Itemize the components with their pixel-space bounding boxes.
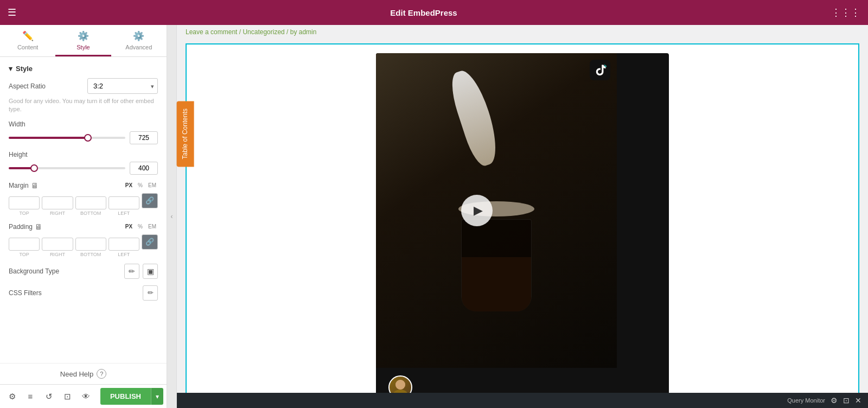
margin-unit-px[interactable]: PX [124,182,134,189]
padding-label: Padding [9,223,33,231]
tiktok-video: ▶ [376,53,617,368]
toc-tab[interactable]: Table of Contents [177,101,194,167]
height-input[interactable] [130,162,158,175]
width-field: Width [0,120,167,151]
close-status-icon[interactable]: ✕ [855,396,861,405]
height-slider-thumb[interactable] [30,164,38,172]
aspect-ratio-hint: Good for any video. You may turn it off … [9,97,158,114]
margin-unit-em[interactable]: EM [146,182,158,189]
padding-right-input[interactable] [42,238,73,251]
padding-bottom-input[interactable] [75,238,106,251]
responsive-icon-btn[interactable]: ⊡ [59,388,76,405]
padding-top-input[interactable] [9,238,40,251]
grid-icon[interactable]: ⋮⋮⋮ [831,7,860,18]
padding-unit-em[interactable]: EM [146,223,158,230]
bottom-toolbar: ⚙ ≡ ↺ ⊡ 👁 PUBLISH ▾ [0,384,167,408]
padding-top-label: TOP [19,252,29,257]
padding-bottom-label: BOTTOM [80,252,101,257]
background-type-field: Background Type ✏ ▣ [0,264,167,285]
tab-bar: ✏️ Content ⚙️ Style ⚙️ Advanced [0,25,167,57]
tiktok-logo-icon [590,60,610,80]
tiktok-embed: ▶ [376,53,669,408]
publish-button[interactable]: PUBLISH [100,388,151,405]
width-label: Width [9,120,158,128]
sidebar-content: ▾ Style Aspect Ratio 3:2 16:9 4:3 1:1 21… [0,57,167,363]
bg-type-gradient-btn[interactable]: ▣ [143,264,158,279]
background-type-label: Background Type [9,267,59,275]
padding-right-label: RIGHT [50,252,65,257]
widget-container: ▶ [186,43,859,408]
margin-left-label: LEFT [118,211,130,216]
padding-link-btn[interactable]: 🔗 [142,234,158,250]
collapse-handle[interactable]: ‹ [167,25,177,408]
margin-label: Margin [9,182,29,189]
history-icon-btn[interactable]: ↺ [40,388,58,405]
margin-right-input[interactable] [42,196,73,209]
menu-icon[interactable]: ☰ [8,7,16,18]
publish-dropdown-btn[interactable]: ▾ [151,388,163,405]
aspect-ratio-field: Aspect Ratio 3:2 16:9 4:3 1:1 21:9 ▾ Goo… [0,78,167,120]
chevron-down-icon: ▾ [9,65,12,73]
padding-field: Padding 🖥 PX % EM TOP [0,222,167,264]
margin-link-btn[interactable]: 🔗 [142,193,158,208]
margin-unit-pct[interactable]: % [136,182,144,189]
css-filters-label: CSS Filters [9,289,42,297]
margin-top-label: TOP [19,211,29,216]
padding-unit-px[interactable]: PX [124,223,134,230]
svg-point-2 [395,380,405,390]
margin-device-icon[interactable]: 🖥 [31,181,39,190]
width-slider-thumb[interactable] [84,134,92,142]
tab-advanced[interactable]: ⚙️ Advanced [111,25,167,56]
css-filters-edit-btn[interactable]: ✏ [143,285,158,301]
padding-left-input[interactable] [108,238,139,251]
query-monitor-label[interactable]: Query Monitor [787,397,825,404]
style-section-header[interactable]: ▾ Style [0,57,167,78]
sidebar: ✏️ Content ⚙️ Style ⚙️ Advanced ▾ Style [0,25,167,408]
margin-bottom-label: BOTTOM [80,211,101,216]
margin-bottom-input[interactable] [75,196,106,209]
aspect-ratio-select[interactable]: 3:2 16:9 4:3 1:1 21:9 [87,78,158,94]
tab-content[interactable]: ✏️ Content [0,25,55,56]
tab-style[interactable]: ⚙️ Style [55,25,111,56]
canvas-area: ▶ [177,39,868,408]
margin-top-input[interactable] [9,196,40,209]
settings-status-icon[interactable]: ⚙ [831,396,838,405]
layers-icon-btn[interactable]: ≡ [22,388,39,405]
padding-device-icon[interactable]: 🖥 [35,222,42,231]
help-icon[interactable]: ? [97,369,106,379]
help-label: Need Help [60,370,93,378]
breadcrumb: Leave a comment / Uncategorized / by adm… [177,25,868,39]
play-button[interactable]: ▶ [461,195,493,226]
margin-left-input[interactable] [108,196,139,209]
page-title: Edit EmbedPress [390,8,457,17]
css-filters-field: CSS Filters ✏ [0,285,167,307]
padding-left-label: LEFT [118,252,130,257]
bg-type-solid-btn[interactable]: ✏ [124,264,139,279]
help-section: Need Help ? [0,363,167,384]
responsive-status-icon[interactable]: ⊡ [843,396,850,405]
preview-icon-btn[interactable]: 👁 [77,388,94,405]
height-slider-track[interactable] [9,167,125,169]
settings-icon-btn[interactable]: ⚙ [3,388,21,405]
height-label: Height [9,151,158,158]
height-field: Height [0,151,167,181]
content-area: Leave a comment / Uncategorized / by adm… [177,25,868,408]
status-bar: Query Monitor ⚙ ⊡ ✕ [177,393,868,408]
margin-field: Margin 🖥 PX % EM TOP [0,181,167,222]
width-input[interactable] [130,131,158,144]
padding-unit-pct[interactable]: % [136,223,144,230]
aspect-ratio-label: Aspect Ratio [9,82,46,90]
margin-right-label: RIGHT [50,211,65,216]
width-slider-track[interactable] [9,137,125,139]
